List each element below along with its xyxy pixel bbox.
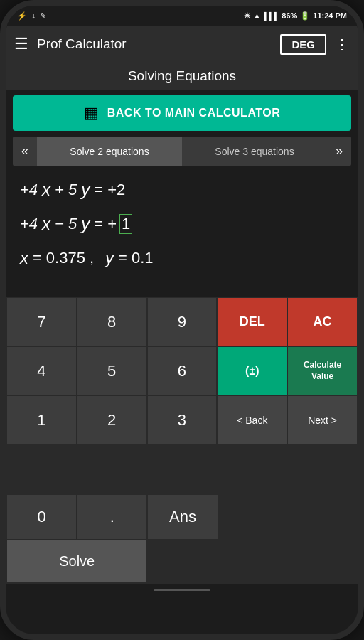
tab-left-arrow[interactable]: « [13, 137, 37, 166]
home-bar [6, 584, 358, 597]
signal-icon: ▌▌▌ [264, 12, 279, 20]
eq2-coeff1: +4 [20, 215, 38, 233]
tab-right-arrow[interactable]: » [327, 137, 351, 166]
equation-1: +4 x + 5 y = +2 [20, 173, 344, 207]
result-x-value: 0.375 [46, 249, 85, 267]
key-solve[interactable]: Solve [7, 540, 146, 582]
key-pm[interactable]: (±) [218, 347, 287, 395]
status-right-icons: ✳ ▲ ▌▌▌ 86% 🔋 11:24 PM [244, 11, 347, 21]
key-4[interactable]: 4 [7, 347, 76, 395]
home-indicator [154, 589, 210, 591]
key-3[interactable]: 3 [148, 396, 217, 444]
equation-tab-bar: « Solve 2 equations Solve 3 equations » [13, 137, 351, 166]
key-5[interactable]: 5 [77, 347, 146, 395]
result-y-equals: = [118, 249, 127, 267]
key-calculate-value[interactable]: CalculateValue [288, 347, 357, 395]
key-0[interactable]: 0 [7, 495, 76, 539]
menu-icon[interactable]: ☰ [14, 36, 28, 52]
key-8[interactable]: 8 [77, 298, 146, 346]
toolbar-title: Prof Calculator [37, 36, 272, 52]
status-bar: ⚡ ↓ ✎ ✳ ▲ ▌▌▌ 86% 🔋 11:24 PM [6, 6, 358, 26]
key-2[interactable]: 2 [77, 396, 146, 444]
key-next-nav[interactable]: Next > [288, 396, 357, 444]
key-1[interactable]: 1 [7, 396, 76, 444]
tab-solve-2-equations[interactable]: Solve 2 equations [37, 137, 182, 166]
key-back-nav[interactable]: < Back [218, 396, 287, 444]
result-y-var: y [105, 248, 114, 268]
key-7[interactable]: 7 [7, 298, 76, 346]
back-to-calculator-button[interactable]: ▦ BACK TO MAIN CALCULATOR [13, 95, 351, 131]
eq2-equals: = + [94, 215, 117, 233]
eq2-var-x: x [42, 214, 50, 234]
edit-icon: ✎ [40, 11, 46, 21]
key-dot[interactable]: . [77, 495, 146, 539]
result-row: x = 0.375 , y = 0.1 [20, 241, 344, 275]
result-x-equals: = [33, 249, 42, 267]
wifi-icon: ▲ [253, 11, 261, 20]
eq1-coeff2: + 5 [55, 181, 77, 199]
key-ans[interactable]: Ans [148, 495, 217, 539]
eq1-coeff1: +4 [20, 181, 38, 199]
status-left-icons: ⚡ ↓ ✎ [17, 11, 46, 21]
back-button-label: BACK TO MAIN CALCULATOR [107, 107, 280, 119]
eq2-var-y: y [81, 214, 90, 234]
equation-2: +4 x − 5 y = + 1 [20, 207, 344, 241]
deg-button[interactable]: DEG [280, 34, 326, 55]
eq1-var-y: y [81, 180, 90, 200]
page-title: Solving Equations [6, 63, 358, 90]
phone-frame: ⚡ ↓ ✎ ✳ ▲ ▌▌▌ 86% 🔋 11:24 PM ☰ Prof Calc… [0, 0, 364, 640]
battery-icon: 🔋 [300, 11, 310, 21]
result-comma: , [90, 249, 94, 267]
keypad-bottom-row: 0 . Ans Solve [6, 495, 358, 584]
clock: 11:24 PM [313, 11, 347, 20]
key-9[interactable]: 9 [148, 298, 217, 346]
usb-icon: ⚡ [17, 11, 27, 21]
eq1-var-x: x [42, 180, 50, 200]
result-y-value: 0.1 [132, 249, 154, 267]
key-ac[interactable]: AC [288, 298, 357, 346]
more-options-icon[interactable]: ⋮ [335, 36, 350, 53]
toolbar: ☰ Prof Calculator DEG ⋮ [6, 26, 358, 63]
equation-area: +4 x + 5 y = +2 +4 x − 5 y = + 1 x = 0.3… [6, 166, 358, 294]
calculator-keypad: 7 8 9 DEL AC 4 5 6 (±) CalculateValue 1 … [6, 297, 358, 495]
eq2-cursor-value: 1 [119, 214, 132, 234]
result-x-var: x [20, 248, 28, 268]
key-6[interactable]: 6 [148, 347, 217, 395]
calculator-icon: ▦ [84, 104, 99, 122]
eq2-coeff2: − 5 [55, 215, 77, 233]
tab-solve-3-equations[interactable]: Solve 3 equations [182, 137, 327, 166]
key-del[interactable]: DEL [218, 298, 287, 346]
download-icon: ↓ [31, 11, 36, 21]
eq1-equals: = +2 [94, 181, 125, 199]
bluetooth-icon: ✳ [244, 11, 250, 21]
battery-level: 86% [282, 11, 297, 20]
